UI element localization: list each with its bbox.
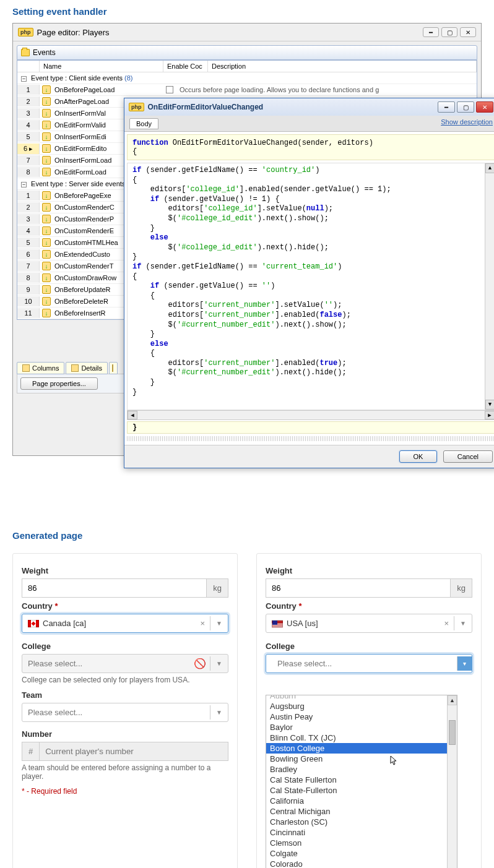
row-number: 3	[17, 108, 40, 118]
row-number: 3	[17, 214, 40, 224]
event-name: OnBeforeInsertR	[54, 309, 106, 317]
maximize-button[interactable]: ▢	[441, 27, 457, 37]
row-number: 11	[17, 308, 40, 318]
col-name[interactable]: Name	[40, 61, 163, 72]
event-icon: ↓	[42, 238, 51, 247]
event-icon: ↓	[42, 156, 51, 165]
col-enable[interactable]: Enable Coc	[163, 61, 208, 72]
events-panel-header[interactable]: Events	[17, 45, 477, 60]
close-button[interactable]: ✕	[460, 27, 476, 37]
event-icon: ↓	[42, 85, 51, 94]
dropdown-option[interactable]: Colorado	[266, 859, 457, 868]
hash-icon: #	[22, 742, 39, 761]
required-note: * - Required field	[22, 787, 228, 796]
event-icon: ↓	[42, 121, 51, 129]
ok-button[interactable]: OK	[399, 450, 438, 463]
dropdown-option[interactable]: Blinn Coll. TX (JC)	[266, 733, 457, 743]
page-editor-title: Page editor: Players	[37, 28, 421, 37]
folder-icon	[21, 49, 30, 56]
vertical-scrollbar[interactable]: ▲▼	[485, 163, 494, 410]
weight-input[interactable]	[22, 578, 207, 598]
dropdown-option[interactable]: Cal State-Fullerton	[266, 785, 457, 796]
dropdown-option[interactable]: Central Michigan	[266, 806, 457, 817]
row-number: 10	[17, 296, 40, 306]
minimize-button[interactable]: ━	[438, 101, 455, 113]
dropdown-option[interactable]: Boston College	[266, 743, 457, 754]
page-editor-titlebar[interactable]: php Page editor: Players ━ ▢ ✕	[13, 24, 481, 41]
form-card-usa: Weight kg Country * USA [us] × ▼ College…	[256, 553, 482, 868]
dropdown-option[interactable]: Bowling Green	[266, 754, 457, 764]
event-icon: ↓	[42, 273, 51, 282]
cancel-button[interactable]: Cancel	[443, 450, 493, 463]
college-dropdown[interactable]: ▲▼ AuburnAugsburgAustin PeayBaylorBlinn …	[266, 695, 457, 868]
tab-details[interactable]: Details	[66, 362, 108, 374]
event-icon: ↓	[42, 97, 51, 106]
event-name: OnAfterPageLoad	[54, 98, 109, 105]
dropdown-option[interactable]: Bradley	[266, 764, 457, 775]
collapse-icon[interactable]: −	[21, 182, 27, 187]
country-select[interactable]: Canada [ca] × ▼	[22, 614, 228, 633]
chevron-down-icon: ▼	[210, 656, 228, 671]
code-editor-textarea[interactable]: if (sender.getFieldName() == 'country_id…	[127, 163, 494, 410]
row-number: 4	[17, 120, 40, 130]
event-name: OnBeforeUpdateR	[54, 286, 111, 293]
row-number: 2	[17, 97, 40, 106]
code-editor-window: php OnEditFormEditorValueChanged ━ ▢ ✕ B…	[124, 98, 494, 468]
dropdown-option[interactable]: Auburn	[266, 695, 457, 701]
horizontal-scrollbar[interactable]: ◄►	[127, 410, 494, 420]
weight-input[interactable]	[266, 578, 451, 598]
body-tab[interactable]: Body	[129, 118, 158, 129]
college-hint: College can be selected only for players…	[22, 676, 228, 684]
clear-icon[interactable]: ×	[440, 619, 454, 628]
event-name: OnCustomRenderT	[54, 262, 113, 270]
number-label: Number	[22, 729, 228, 739]
collapse-icon[interactable]: −	[21, 76, 27, 82]
page-properties-button[interactable]: Page properties...	[20, 377, 98, 390]
team-select[interactable]: Please select... ▼	[22, 703, 228, 722]
resize-grip[interactable]	[127, 436, 494, 441]
details-icon	[71, 364, 79, 372]
maximize-button[interactable]: ▢	[457, 101, 474, 113]
dropdown-option[interactable]: Cal State Fullerton	[266, 775, 457, 785]
chevron-down-icon[interactable]: ▼	[210, 705, 228, 720]
dropdown-option[interactable]: Cincinnati	[266, 827, 457, 838]
tab-extra[interactable]	[109, 362, 118, 374]
event-name: OnExtendedCusto	[54, 251, 110, 258]
signature-block: function OnEditFormEditorValueChanged(se…	[127, 134, 494, 160]
event-name: OnBeforeDeleteR	[54, 298, 108, 305]
event-row[interactable]: 1 ↓OnBeforePageLoadOccurs before page lo…	[17, 84, 477, 96]
show-description-link[interactable]: Show description	[441, 118, 493, 129]
college-select[interactable]: Please select... ▾	[266, 654, 472, 673]
chevron-down-icon[interactable]: ▾	[457, 656, 472, 671]
minimize-button[interactable]: ━	[423, 27, 439, 37]
dropdown-option[interactable]: Augsburg	[266, 701, 457, 711]
dropdown-option[interactable]: Charleston (SC)	[266, 817, 457, 827]
section-heading-generated: Generated page	[0, 524, 494, 547]
row-number: 8	[17, 167, 40, 177]
dropdown-option[interactable]: Colgate	[266, 848, 457, 859]
dropdown-option[interactable]: Clemson	[266, 838, 457, 848]
chevron-down-icon[interactable]: ▼	[210, 616, 228, 630]
enable-checkbox[interactable]	[166, 86, 173, 93]
row-number: 1	[17, 85, 40, 95]
chevron-down-icon[interactable]: ▼	[454, 616, 472, 630]
dropdown-scrollbar[interactable]: ▲▼	[447, 695, 457, 868]
event-icon: ↓	[42, 262, 51, 270]
group-client-events[interactable]: − Event type : Client side events (8)	[17, 72, 477, 84]
event-icon: ↓	[42, 191, 51, 200]
event-icon: ↓	[42, 168, 51, 176]
dropdown-option[interactable]: California	[266, 796, 457, 806]
event-icon: ↓	[42, 226, 51, 235]
event-name: OnBeforePageLoad	[54, 86, 115, 93]
col-desc[interactable]: Description	[208, 61, 477, 72]
dropdown-option[interactable]: Austin Peay	[266, 711, 457, 722]
event-icon: ↓	[42, 215, 51, 223]
clear-icon[interactable]: ×	[196, 619, 210, 628]
dropdown-option[interactable]: Baylor	[266, 722, 457, 733]
row-number: 7	[17, 155, 40, 165]
tab-columns[interactable]: Columns	[17, 362, 64, 374]
code-editor-titlebar[interactable]: php OnEditFormEditorValueChanged ━ ▢ ✕	[124, 98, 494, 116]
grid-header: Name Enable Coc Description	[17, 61, 477, 72]
close-button[interactable]: ✕	[476, 101, 493, 113]
country-select[interactable]: USA [us] × ▼	[266, 614, 472, 633]
